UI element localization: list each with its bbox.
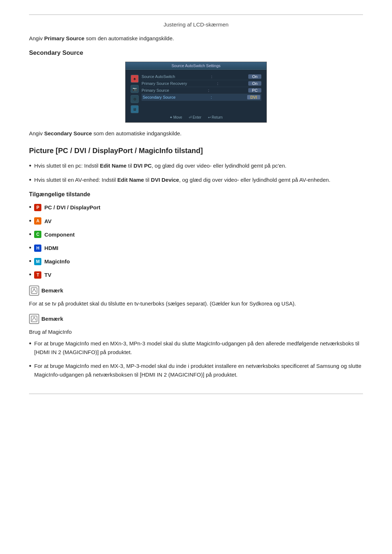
pb1-mid: til [127,163,134,169]
note2-bullet-1-text: For at bruge MagicInfo med en MXn-3, MPn… [34,339,363,357]
screenshot-container: Source AutoSwitch Settings ♠ 📷 ⚙ 🖥 Sourc… [29,62,363,123]
screenshot-body: ♠ 📷 ⚙ 🖥 Source AutoSwitch : On Primary S… [126,70,266,122]
mode-label-pc: PC / DVI / DisplayPort [44,204,100,210]
picture-bullet-1: • Hvis sluttet til en pc: Indstil Edit N… [29,161,363,171]
icon-primary: ⚙ [131,95,139,103]
row-recovery: Primary Source Recovery : On [142,80,261,87]
picture-bullet-2: • Hvis sluttet til en AV-enhed: Indstil … [29,176,363,185]
row-recovery-label: Primary Source Recovery [142,81,187,86]
icon-autoswitch: ♠ [131,75,139,83]
secondary-source-title: Secondary Source [29,49,363,57]
icon-secondary: 🖥 [131,105,139,113]
mode-bullet-component: • [29,230,31,239]
note2-bullets: • For at bruge MagicInfo med en MXn-3, M… [29,339,363,379]
row-secondary-label: Secondary Source [143,95,176,99]
footer-return: ↩ Return [208,115,223,119]
top-divider [29,15,363,15]
note2-bullet-dot-1: • [29,339,31,348]
mode-bullet-av: • [29,217,31,226]
note2-intro: Brug af MagicInfo [29,328,363,336]
bullet-dot-1: • [29,161,31,171]
mode-bullet-pc: • [29,203,31,212]
page-title: Justering af LCD-skærmen [163,21,228,28]
intro-paragraph: Angiv Primary Source som den automatiske… [29,34,363,43]
mode-item-tv: • T TV [29,270,363,279]
note2-bullet-2: • For at bruge MagicInfo med en MX-3, MP… [29,362,363,379]
intro-text-before: Angiv [29,35,44,41]
note1-icon [29,286,39,296]
note2-block: Bemærk [29,314,363,324]
icon-badge-c: C [34,231,41,238]
pb1-before: Hvis sluttet til en pc: Indstil [34,163,100,169]
icon-recovery: 📷 [131,85,139,93]
screenshot-box: Source AutoSwitch Settings ♠ 📷 ⚙ 🖥 Sourc… [125,62,267,123]
row-primary: Primary Source : PC [142,87,261,94]
mode-item-component: • C Component [29,230,363,239]
mode-bullet-tv: • [29,270,31,279]
after-text-after: som den automatiske indgangskilde. [92,130,181,136]
row-primary-value: PC [248,88,261,93]
picture-bullet-2-text: Hvis sluttet til en AV-enhed: Indstil Ed… [34,176,330,184]
screenshot-icons: ♠ 📷 ⚙ 🖥 [131,73,142,113]
row-primary-label: Primary Source [142,88,169,93]
mode-bullet-hdmi: • [29,243,31,253]
after-screenshot-paragraph: Angiv Secondary Source som den automatis… [29,129,363,138]
icon-badge-h: H [34,245,41,252]
pb2-before: Hvis sluttet til en AV-enhed: Indstil [34,177,117,183]
note1-label: Bemærk [41,287,63,294]
screenshot-content: Source AutoSwitch : On Primary Source Re… [142,73,261,113]
after-text-before: Angiv [29,130,44,136]
mode-label-tv: TV [44,272,51,278]
row-autoswitch-label: Source AutoSwitch [142,74,175,79]
note2-bullet-2-text: For at bruge MagicInfo med en MX-3, MP-3… [34,362,363,379]
mode-bullet-magicinfo: • [29,257,31,266]
note1-text: For at se tv på produktet skal du tilslu… [29,299,363,308]
screenshot-footer: ✦ Move ⏎ Enter ↩ Return [131,113,261,122]
screenshot-sidebar: ♠ 📷 ⚙ 🖥 Source AutoSwitch : On Primary S… [131,73,261,113]
page-header: Justering af LCD-skærmen [29,21,363,28]
pb2-bold2: DVI Device [151,177,179,183]
icon-badge-p: P [34,204,41,211]
bottom-divider [29,394,363,394]
icon-badge-t: T [34,271,41,279]
icon-badge-a: A [34,217,41,225]
mode-item-magicinfo: • M MagicInfo [29,257,363,266]
icon-list-wrapper: • P PC / DVI / DisplayPort • A AV • C Co… [29,203,363,279]
note1-block: Bemærk [29,286,363,296]
icon-badge-m: M [34,258,41,265]
row-secondary: Secondary Source : DVI [142,94,261,101]
pb2-after: , og glæd dig over video- eller lydindho… [179,177,330,183]
row-secondary-value: DVI [247,95,260,99]
page-container: Justering af LCD-skærmen Angiv Primary S… [0,0,392,416]
note2-icon [29,314,39,324]
row-autoswitch: Source AutoSwitch : On [142,73,261,80]
note2-bullet-1: • For at bruge MagicInfo med en MXn-3, M… [29,339,363,357]
picture-section-title: Picture [PC / DVI / DisplayPort / MagicI… [29,147,363,155]
pb2-mid: til [144,177,151,183]
note2-bullet-dot-2: • [29,362,31,371]
mode-item-hdmi: • H HDMI [29,243,363,253]
mode-label-av: AV [44,218,52,224]
note2-label: Bemærk [41,316,63,322]
row-autoswitch-value: On [248,74,261,79]
mode-label-magicinfo: MagicInfo [44,258,70,264]
available-modes-title: Tilgængelige tilstande [29,191,363,198]
footer-enter: ⏎ Enter [189,115,201,119]
bullet-dot-2: • [29,176,31,185]
mode-item-pc: • P PC / DVI / DisplayPort [29,203,363,212]
pb1-bold1: Edit Name [100,163,126,169]
mode-item-av: • A AV [29,217,363,226]
mode-label-hdmi: HDMI [44,245,58,251]
intro-text-after: som den automatiske indgangskilde. [85,35,174,41]
after-bold: Secondary Source [44,130,92,136]
pb2-bold1: Edit Name [117,177,144,183]
footer-move: ✦ Move [170,115,182,119]
pb1-bold2: DVI PC [134,163,152,169]
picture-bullets: • Hvis sluttet til en pc: Indstil Edit N… [29,161,363,185]
pb1-after: , og glæd dig over video- eller lydindho… [152,163,286,169]
mode-label-component: Component [44,231,74,238]
screenshot-titlebar: Source AutoSwitch Settings [126,62,266,70]
row-recovery-value: On [248,81,261,86]
intro-bold-primary: Primary Source [44,35,85,41]
picture-bullet-1-text: Hvis sluttet til en pc: Indstil Edit Nam… [34,161,286,170]
